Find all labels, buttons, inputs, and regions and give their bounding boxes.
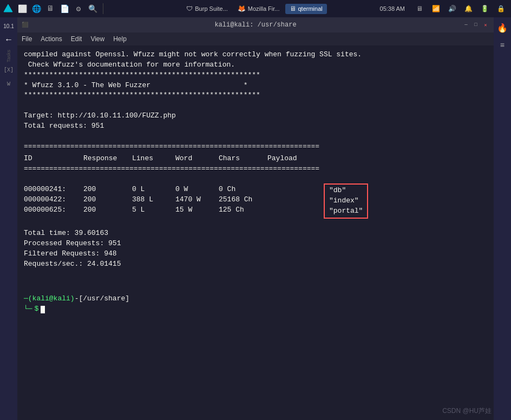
- table-row-1: 000000422: 200 388 L 1470 W 25168 Ch: [24, 195, 322, 205]
- row0-response: 200: [83, 185, 132, 195]
- row0-payload-space: [267, 185, 322, 195]
- prompt-dir: -[/usr/share]: [75, 294, 129, 304]
- col-header-payload: Payload: [267, 154, 322, 164]
- taskbar-apps: 🛡 Burp Suite... 🦊 Mozilla Fir... 🖥 qterm…: [182, 4, 326, 14]
- terminal-menubar: File Actions Edit View Help: [17, 32, 494, 45]
- maximize-button[interactable]: □: [472, 21, 480, 29]
- blank3: [24, 174, 487, 185]
- row2-id: 000000625:: [24, 205, 83, 215]
- payload-row2: "portal": [329, 206, 363, 216]
- menu-edit[interactable]: Edit: [71, 35, 82, 43]
- taskbar-app-burp[interactable]: 🛡 Burp Suite...: [182, 4, 232, 14]
- row1-response: 200: [83, 195, 132, 205]
- row2-lines: 5 L: [132, 205, 175, 215]
- taskbar-app-qterminal[interactable]: 🖥 qterminal: [285, 4, 327, 14]
- hamburger-icon[interactable]: ≡: [496, 39, 509, 52]
- prompt-user: (kali@kali): [28, 294, 75, 304]
- row0-chars: 0 Ch: [219, 185, 267, 195]
- search-icon[interactable]: 🔍: [87, 3, 99, 15]
- results-table: ID Response Lines Word Chars Payload ===…: [24, 154, 487, 228]
- blank5: [24, 270, 487, 280]
- table-row-2: 000000625: 200 5 L 15 W 125 Ch: [24, 205, 322, 215]
- prompt-dash: ─: [24, 294, 28, 304]
- col-header-response: Response: [83, 154, 132, 164]
- col-header-lines: Lines: [132, 154, 175, 164]
- left-sidebar: 10.1 ← Tasks [X] W: [0, 17, 17, 420]
- blank6: [24, 280, 487, 290]
- clock: 05:38 AM: [376, 5, 409, 12]
- blank7: [129, 294, 134, 304]
- blank4: [24, 219, 487, 229]
- table-header: ID Response Lines Word Chars Payload: [24, 154, 487, 164]
- svg-marker-0: [4, 4, 12, 12]
- output-sep1: ****************************************…: [24, 70, 487, 81]
- output-divider2: ========================================…: [24, 164, 487, 174]
- files-icon[interactable]: ⬜: [16, 3, 28, 15]
- terminal-window: ⬛ kali@kali: /usr/share ─ □ ✕ File Actio…: [17, 17, 494, 420]
- payload-row0: "db": [329, 186, 363, 196]
- kali-menu-icon[interactable]: [2, 3, 14, 15]
- sidebar-item-w[interactable]: W: [2, 77, 15, 90]
- row0-id: 000000241:: [24, 185, 83, 195]
- fire-icon[interactable]: 🔥: [496, 22, 509, 35]
- taskbar-app-firefox[interactable]: 🦊 Mozilla Fir...: [233, 4, 284, 14]
- volume-icon: 🔊: [446, 3, 458, 15]
- wifi-icon: 📶: [430, 3, 442, 15]
- sidebar-back[interactable]: ←: [2, 34, 15, 47]
- prompt-input-line: └─ $: [24, 304, 487, 314]
- output-divider1: ========================================…: [24, 142, 487, 152]
- row1-id: 000000422:: [24, 195, 83, 205]
- window-controls: ─ □ ✕: [462, 21, 489, 29]
- stat-total-time: Total time: 39.60163: [24, 228, 487, 239]
- output-warning2: Check Wfuzz's documentation for more inf…: [24, 60, 487, 70]
- stat-req-sec: Requests/sec.: 24.01415: [24, 259, 487, 270]
- taskbar-left: ⬜ 🌐 🖥 📄 ⚙ 🔍: [0, 3, 182, 15]
- prompt-symbol: $: [35, 304, 39, 314]
- battery-icon: 🔋: [479, 3, 490, 15]
- output-banner: * Wfuzz 3.1.0 - The Web Fuzzer *: [24, 81, 487, 91]
- terminal-body[interactable]: compiled against Openssl. Wfuzz might no…: [17, 45, 494, 420]
- output-blank1: [24, 101, 487, 111]
- row0-word: 0 W: [175, 185, 219, 195]
- payload-row1: "index": [329, 196, 363, 206]
- payload-highlighted-box: "db" "index" "portal": [324, 183, 368, 219]
- table-rows-left: 000000241: 200 0 L 0 W 0 Ch 000000422: 2…: [24, 185, 322, 215]
- settings-icon[interactable]: ⚙: [73, 3, 84, 15]
- watermark: CSDN @HU芦娃: [442, 406, 492, 416]
- text-icon[interactable]: 📄: [58, 3, 70, 15]
- tasks-label: Tasks: [6, 50, 11, 62]
- menu-actions[interactable]: Actions: [41, 35, 62, 43]
- stat-processed: Processed Requests: 951: [24, 239, 487, 249]
- col-header-id: ID: [24, 154, 83, 164]
- output-sep2: ****************************************…: [24, 90, 487, 101]
- output-blank2: [24, 132, 487, 142]
- col-header-chars: Chars: [219, 154, 267, 164]
- terminal-titlebar: ⬛ kali@kali: /usr/share ─ □ ✕: [17, 17, 494, 32]
- row2-response: 200: [83, 205, 132, 215]
- row1-word: 1470 W: [175, 195, 219, 205]
- prompt-arrow: └─: [24, 304, 32, 314]
- col-header-word: Word: [175, 154, 219, 164]
- terminal-icon[interactable]: 🖥: [44, 3, 56, 15]
- row2-word: 15 W: [175, 205, 219, 215]
- close-button[interactable]: ✕: [482, 21, 489, 29]
- lock-icon: 🔒: [495, 3, 507, 15]
- menu-view[interactable]: View: [90, 35, 104, 43]
- cursor-blink: [41, 306, 45, 313]
- stat-filtered: Filtered Requests: 948: [24, 249, 487, 259]
- monitor-icon: 🖥: [414, 3, 425, 15]
- output-warning1: compiled against Openssl. Wfuzz might no…: [24, 50, 487, 60]
- sidebar-number: 10.1: [2, 19, 15, 32]
- menu-help[interactable]: Help: [113, 35, 127, 43]
- terminal-title: kali@kali: /usr/share: [214, 21, 296, 29]
- menu-file[interactable]: File: [22, 35, 32, 43]
- table-rows-container: 000000241: 200 0 L 0 W 0 Ch 000000422: 2…: [24, 185, 487, 219]
- browser-icon[interactable]: 🌐: [30, 3, 42, 15]
- row1-lines: 388 L: [132, 195, 175, 205]
- sidebar-item-x[interactable]: [X]: [2, 63, 15, 76]
- terminal-favicon: ⬛: [22, 22, 28, 28]
- minimize-button[interactable]: ─: [462, 21, 470, 29]
- row2-chars: 125 Ch: [219, 205, 267, 215]
- row2-payload-space: [267, 205, 322, 215]
- bell-icon: 🔔: [462, 3, 474, 15]
